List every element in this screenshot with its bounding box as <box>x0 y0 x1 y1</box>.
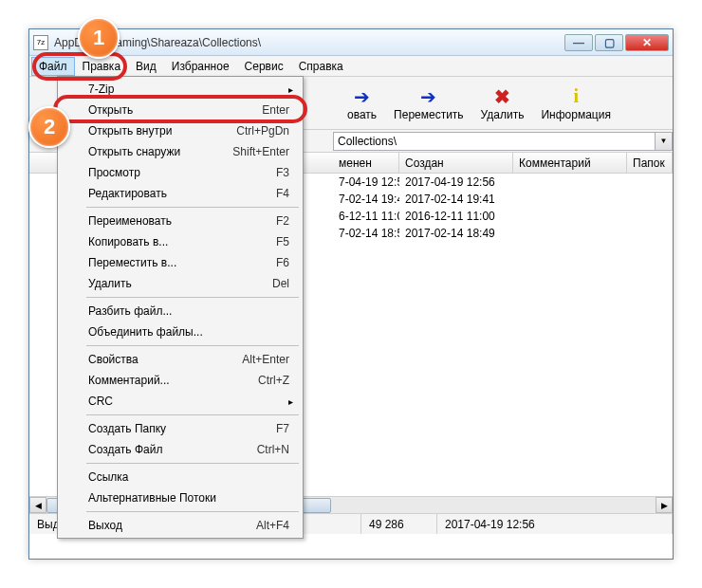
status-date: 2017-04-19 12:56 <box>437 514 673 534</box>
menu-item-ссылка[interactable]: Ссылка <box>60 467 301 487</box>
menu-item-переименовать[interactable]: ПереименоватьF2 <box>60 211 301 231</box>
menu-item-label: Открыть внутри <box>88 124 172 138</box>
col-folders[interactable]: Папок <box>627 153 673 173</box>
menu-separator <box>86 297 299 298</box>
menu-item-label: Создать Файл <box>88 443 162 456</box>
menu-item-shortcut: Ctrl+PgDn <box>236 124 289 138</box>
menu-item-label: Удалить <box>88 277 132 290</box>
menu-item-shortcut: F6 <box>276 256 289 269</box>
menu-help[interactable]: Справка <box>291 57 351 76</box>
menu-item-label: Комментарий... <box>88 374 170 387</box>
menu-item-label: Открыть <box>88 103 133 117</box>
menu-item-shortcut: Del <box>272 277 289 290</box>
menu-item-shortcut: Alt+F4 <box>256 519 289 532</box>
menu-item-удалить[interactable]: УдалитьDel <box>60 273 301 294</box>
menu-item-label: Объединить файлы... <box>88 325 203 339</box>
window-controls: — ▢ ✕ <box>564 34 669 51</box>
menu-item-shortcut: F7 <box>276 422 289 435</box>
window-title: AppData\Roaming\Shareaza\Collections\ <box>54 36 564 49</box>
menu-edit[interactable]: Правка <box>75 57 129 76</box>
menu-item-label: 7-Zip <box>88 83 114 96</box>
titlebar: 7z AppData\Roaming\Shareaza\Collections\… <box>29 29 673 56</box>
menu-item-label: Свойства <box>88 353 139 366</box>
menu-item-label: Переименовать <box>88 214 172 228</box>
col-created[interactable]: Создан <box>399 153 513 173</box>
col-modified[interactable]: менен <box>333 153 399 173</box>
menu-item-shortcut: F2 <box>276 214 289 228</box>
menu-separator <box>86 345 299 346</box>
callout-2: 2 <box>28 106 70 148</box>
status-size2: 49 286 <box>361 514 437 534</box>
menu-item-shortcut: Ctrl+Z <box>258 374 289 387</box>
menu-item-открыть-снаружи[interactable]: Открыть снаружиShift+Enter <box>60 141 301 162</box>
menu-item-label: Создать Папку <box>88 422 166 435</box>
menu-item-label: Просмотр <box>88 166 140 179</box>
menu-separator <box>86 207 299 208</box>
address-dropdown-button[interactable]: ▼ <box>656 132 673 151</box>
menu-item-свойства[interactable]: СвойстваAlt+Enter <box>60 349 301 370</box>
menu-tools[interactable]: Сервис <box>237 57 291 76</box>
menu-item-комментарий-[interactable]: Комментарий...Ctrl+Z <box>60 370 301 391</box>
col-comment[interactable]: Комментарий <box>513 153 627 173</box>
toolbar-delete[interactable]: ✖ Удалить <box>481 85 525 121</box>
address-input[interactable] <box>333 132 656 151</box>
menu-item-выход[interactable]: ВыходAlt+F4 <box>60 515 301 536</box>
menu-item-label: Копировать в... <box>88 235 168 248</box>
menu-item-shortcut: Alt+Enter <box>242 353 289 366</box>
menu-view[interactable]: Вид <box>128 57 164 76</box>
callout-1: 1 <box>78 17 120 59</box>
menu-item-разбить-файл-[interactable]: Разбить файл... <box>60 301 301 322</box>
menu-item-shortcut: F4 <box>276 187 289 200</box>
menu-item-переместить-в-[interactable]: Переместить в...F6 <box>60 252 301 273</box>
maximize-button[interactable]: ▢ <box>595 34 623 51</box>
menu-item-label: Выход <box>88 519 122 532</box>
menu-item-label: Редактировать <box>88 187 167 200</box>
menu-item-7-zip[interactable]: 7-Zip <box>60 79 301 100</box>
menu-separator <box>86 511 299 512</box>
app-icon: 7z <box>33 35 48 50</box>
menu-item-копировать-в-[interactable]: Копировать в...F5 <box>60 231 301 252</box>
menu-item-shortcut: F5 <box>276 235 289 248</box>
toolbar-move[interactable]: ➔ Переместить <box>394 85 464 121</box>
menu-file[interactable]: Файл <box>31 57 75 76</box>
scroll-right-button[interactable]: ▶ <box>656 497 673 513</box>
menu-separator <box>86 463 299 464</box>
menu-favorites[interactable]: Избранное <box>164 57 237 76</box>
x-icon: ✖ <box>481 85 525 108</box>
scroll-left-button[interactable]: ◀ <box>29 497 46 513</box>
menubar: Файл Правка Вид Избранное Сервис Справка <box>29 56 673 77</box>
toolbar-copy[interactable]: ➔ овать <box>347 85 377 121</box>
menu-item-объединить-файлы-[interactable]: Объединить файлы... <box>60 322 301 342</box>
menu-item-создать-файл[interactable]: Создать ФайлCtrl+N <box>60 439 301 460</box>
menu-item-label: Открыть снаружи <box>88 145 180 158</box>
menu-item-crc[interactable]: CRC <box>60 391 301 412</box>
menu-item-создать-папку[interactable]: Создать ПапкуF7 <box>60 418 301 439</box>
menu-item-label: Альтернативные Потоки <box>88 491 216 505</box>
file-menu-dropdown: 7-ZipОткрытьEnterОткрыть внутриCtrl+PgDn… <box>57 76 304 539</box>
menu-item-альтернативные-потоки[interactable]: Альтернативные Потоки <box>60 487 301 508</box>
arrow-right-icon: ➔ <box>394 85 464 108</box>
menu-item-просмотр[interactable]: ПросмотрF3 <box>60 162 301 183</box>
menu-item-shortcut: F3 <box>276 166 289 179</box>
menu-item-shortcut: Shift+Enter <box>232 145 289 158</box>
close-button[interactable]: ✕ <box>625 34 669 51</box>
menu-item-label: Переместить в... <box>88 256 176 269</box>
menu-item-shortcut: Ctrl+N <box>257 443 289 456</box>
menu-item-shortcut: Enter <box>262 103 289 117</box>
menu-item-редактировать[interactable]: РедактироватьF4 <box>60 183 301 204</box>
arrow-right-icon: ➔ <box>347 85 377 108</box>
menu-item-label: Ссылка <box>88 470 128 484</box>
minimize-button[interactable]: — <box>564 34 593 51</box>
menu-separator <box>86 414 299 415</box>
info-icon: i <box>541 85 610 108</box>
menu-item-label: CRC <box>88 395 113 408</box>
toolbar-info[interactable]: i Информация <box>541 85 610 121</box>
menu-item-открыть[interactable]: ОткрытьEnter <box>60 100 301 120</box>
menu-item-label: Разбить файл... <box>88 304 172 318</box>
menu-item-открыть-внутри[interactable]: Открыть внутриCtrl+PgDn <box>60 120 301 141</box>
